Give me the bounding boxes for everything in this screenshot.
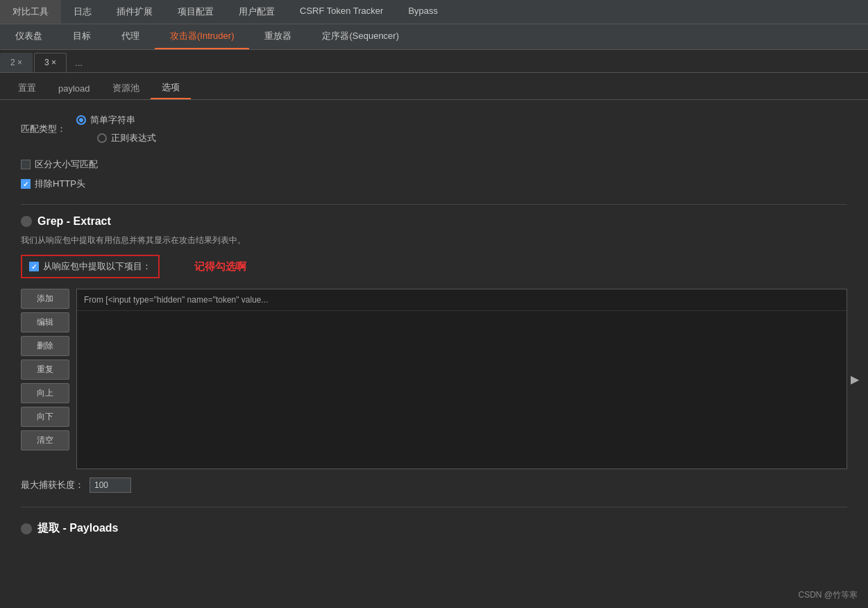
main-content: 匹配类型： 简单字符串 正则表达式 区分大小写匹配 排除HTTP头 — [0, 100, 868, 564]
red-annotation: 记得勾选啊 — [194, 260, 246, 273]
tabs-row: 2 × 3 × ... — [0, 50, 868, 73]
menu-user-config[interactable]: 用户配置 — [226, 0, 287, 24]
radio-regex-circle — [97, 133, 107, 143]
radio-simple-circle — [76, 115, 86, 125]
button-column: 添加 编辑 删除 重复 向上 向下 清空 — [21, 289, 69, 469]
radio-group: 简单字符串 正则表达式 — [76, 114, 156, 144]
list-item[interactable]: From [<input type="hidden" name="token" … — [77, 289, 846, 311]
radio-regex[interactable]: 正则表达式 — [97, 132, 156, 144]
top-menu-bar: 对比工具 日志 插件扩展 项目配置 用户配置 CSRF Token Tracke… — [0, 0, 868, 24]
radio-regex-label: 正则表达式 — [111, 132, 156, 144]
btn-down[interactable]: 向下 — [21, 407, 69, 427]
max-length-label: 最大捕获长度： — [21, 479, 84, 491]
menu-csrf[interactable]: CSRF Token Tracker — [287, 0, 395, 24]
btn-clear[interactable]: 清空 — [21, 430, 69, 450]
checkbox-extract-box — [29, 262, 39, 271]
extract-payloads-section: 提取 - Payloads — [21, 521, 847, 536]
checkbox-extract-highlight: 从响应包中提取以下项目： — [21, 255, 160, 278]
content-area: 添加 编辑 删除 重复 向上 向下 清空 From [<input type="… — [21, 289, 847, 469]
tab-more[interactable]: ... — [68, 54, 90, 71]
tab-2[interactable]: 2 × — [0, 53, 33, 72]
radio-simple[interactable]: 简单字符串 — [76, 114, 156, 126]
match-type-row: 匹配类型： 简单字符串 正则表达式 — [21, 114, 847, 144]
sub-tab-options[interactable]: 选项 — [151, 77, 191, 99]
list-area: From [<input type="hidden" name="token" … — [76, 289, 847, 469]
btn-repeat[interactable]: 重复 — [21, 360, 69, 380]
grep-extract-desc: 我们从响应包中提取有用信息并将其显示在攻击结果列表中。 — [21, 235, 847, 246]
grep-extract-section: Grep - Extract 我们从响应包中提取有用信息并将其显示在攻击结果列表… — [21, 215, 847, 493]
checkbox-http-label: 排除HTTP头 — [35, 178, 85, 190]
nav-sequencer[interactable]: 定序器(Sequencer) — [307, 24, 414, 49]
checkboxes-section: 区分大小写匹配 排除HTTP头 — [21, 158, 847, 190]
nav-repeater[interactable]: 重放器 — [249, 24, 307, 49]
menu-project-config[interactable]: 项目配置 — [165, 0, 226, 24]
nav-target[interactable]: 目标 — [58, 24, 106, 49]
sub-tab-payload[interactable]: payload — [47, 79, 101, 98]
sub-tab-resource[interactable]: 资源池 — [101, 78, 151, 99]
list-arrow-icon: ▶ — [851, 373, 859, 386]
nav-proxy[interactable]: 代理 — [106, 24, 155, 49]
radio-simple-label: 简单字符串 — [90, 114, 135, 126]
extract-payloads-title: 提取 - Payloads — [21, 521, 847, 536]
max-length-input[interactable] — [90, 478, 131, 493]
sub-tab-position[interactable]: 置置 — [7, 78, 47, 99]
grep-extract-icon — [21, 216, 32, 227]
btn-delete[interactable]: 删除 — [21, 336, 69, 356]
menu-log[interactable]: 日志 — [61, 0, 104, 24]
nav-intruder[interactable]: 攻击器(Intruder) — [155, 24, 249, 49]
csdn-watermark: CSDN @竹等寒 — [798, 589, 858, 601]
checkbox-exclude-http[interactable]: 排除HTTP头 — [21, 178, 847, 190]
checkbox-extract[interactable]: 从响应包中提取以下项目： — [29, 260, 151, 273]
nav-dashboard[interactable]: 仪表盘 — [0, 24, 58, 49]
match-type-label: 匹配类型： — [21, 123, 66, 135]
match-type-section: 匹配类型： 简单字符串 正则表达式 — [21, 114, 847, 144]
nav-bar: 仪表盘 目标 代理 攻击器(Intruder) 重放器 定序器(Sequence… — [0, 24, 868, 50]
menu-plugin[interactable]: 插件扩展 — [104, 0, 165, 24]
menu-compare[interactable]: 对比工具 — [0, 0, 61, 24]
max-length-row: 最大捕获长度： — [21, 478, 847, 493]
checkbox-extract-label: 从响应包中提取以下项目： — [43, 260, 151, 273]
btn-edit[interactable]: 编辑 — [21, 312, 69, 332]
grep-extract-title: Grep - Extract — [21, 215, 847, 228]
checkbox-case-label: 区分大小写匹配 — [35, 158, 98, 171]
checkbox-http-box — [21, 179, 31, 189]
btn-up[interactable]: 向上 — [21, 383, 69, 403]
checkbox-case-box — [21, 160, 31, 169]
btn-add[interactable]: 添加 — [21, 289, 69, 309]
menu-bypass[interactable]: Bypass — [395, 0, 450, 24]
divider-1 — [21, 204, 847, 205]
checkbox-case-sensitive[interactable]: 区分大小写匹配 — [21, 158, 847, 171]
sub-tabs-row: 置置 payload 资源池 选项 — [0, 73, 868, 100]
tab-3[interactable]: 3 × — [34, 53, 67, 72]
extract-payloads-title-text: 提取 - Payloads — [37, 521, 118, 536]
divider-2 — [21, 507, 847, 507]
grep-extract-title-text: Grep - Extract — [37, 215, 111, 228]
extract-payloads-icon — [21, 523, 32, 534]
